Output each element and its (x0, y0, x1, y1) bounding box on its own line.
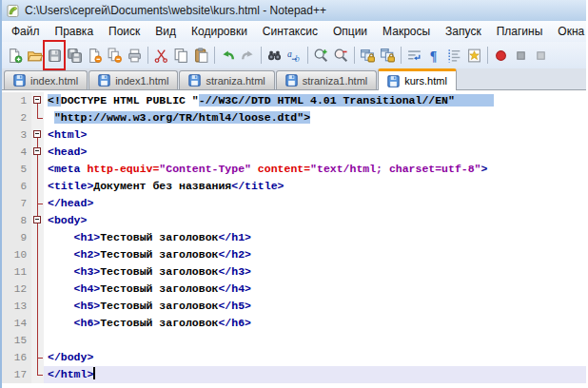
save-file-icon (47, 48, 63, 64)
fold-collapse-icon[interactable] (33, 130, 41, 138)
record-macro-icon (493, 48, 509, 64)
code-content[interactable]: <h3>Тестовый заголовок</h3> (44, 263, 586, 281)
code-content[interactable]: <!DOCTYPE HTML PUBLIC "-//W3C//DTD HTML … (44, 92, 586, 109)
redo-icon (240, 48, 256, 64)
fold-margin (31, 315, 44, 332)
tab-index-html[interactable]: index.html (4, 70, 88, 89)
show-all-characters-button[interactable]: ¶ (424, 44, 444, 67)
code-content[interactable]: "http://www.w3.org/TR/html4/loose.dtd"> (44, 109, 586, 126)
code-content[interactable]: <h4>Тестовый заголовок</h4> (44, 281, 586, 298)
menu-edit[interactable]: Правка (48, 22, 102, 41)
toolbar-separator (401, 47, 402, 64)
zoom-out-button[interactable] (331, 44, 351, 67)
fold-margin (31, 195, 44, 212)
save-all-button[interactable] (65, 44, 85, 67)
code-content[interactable]: </html> (44, 366, 586, 383)
code-line: 12 <h4>Тестовый заголовок</h4> (2, 281, 586, 298)
show-indent-guide-button[interactable] (444, 44, 464, 67)
code-content[interactable]: <meta http-equiv="Content-Type" content=… (44, 161, 586, 178)
code-content[interactable]: </head> (44, 195, 586, 212)
copy-button[interactable] (171, 44, 191, 67)
find-button[interactable] (265, 44, 284, 67)
tab-straniza-html[interactable]: straniza.html (179, 70, 274, 89)
fold-margin (31, 366, 44, 383)
replace-button[interactable]: ab (284, 44, 304, 67)
tab-straniza1-html[interactable]: straniza1.html (276, 70, 377, 89)
fold-margin (31, 246, 44, 263)
code-line: 16</body> (2, 349, 586, 366)
menu-search[interactable]: Поиск (101, 22, 147, 41)
tab-index1-html[interactable]: index1.html (88, 70, 178, 89)
fold-collapse-icon[interactable] (33, 216, 41, 223)
menu-settings[interactable]: Опции (325, 22, 375, 41)
toolbar-separator (354, 47, 355, 64)
tab-label: straniza1.html (303, 75, 367, 87)
zoom-in-button[interactable] (311, 44, 331, 67)
record-macro-button[interactable] (491, 44, 511, 67)
file-saved-icon (13, 74, 26, 87)
cut-button[interactable] (151, 44, 171, 67)
stop-macro-button[interactable] (511, 44, 531, 67)
code-content[interactable]: <html> (44, 126, 586, 144)
code-content[interactable] (44, 332, 586, 349)
code-content[interactable]: <h5>Тестовый заголовок</h5> (44, 298, 586, 315)
playback-macro-button[interactable] (531, 44, 551, 67)
menu-view[interactable]: Вид (147, 22, 184, 41)
code-content[interactable]: <head> (44, 144, 586, 161)
user-defined-dialog-button[interactable] (464, 44, 484, 67)
editor-area[interactable]: 1<!DOCTYPE HTML PUBLIC "-//W3C//DTD HTML… (2, 90, 586, 388)
code-content[interactable]: <title>Документ без названия</title> (44, 178, 586, 195)
code-line: 2 "http://www.w3.org/TR/html4/loose.dtd"… (2, 109, 586, 126)
fold-toggle[interactable] (31, 92, 44, 109)
notepad-plus-plus-icon (6, 4, 20, 18)
print-icon (127, 48, 143, 64)
code-content[interactable]: <body> (44, 212, 586, 229)
word-wrap-button[interactable] (404, 44, 424, 67)
undo-button[interactable] (218, 44, 238, 67)
close-file-button[interactable] (85, 44, 105, 67)
fold-toggle[interactable] (31, 144, 44, 161)
close-all-button[interactable] (105, 44, 125, 67)
line-number: 10 (2, 246, 31, 263)
line-number: 16 (2, 349, 31, 366)
fold-margin (31, 349, 44, 366)
fold-margin (31, 263, 44, 281)
code-content[interactable]: <h6>Тестовый заголовок</h6> (44, 315, 586, 332)
notepad-plus-plus-window: C:\Users\сергей\Documents\website\kurs.h… (0, 0, 586, 388)
menu-language[interactable]: Синтаксис (255, 22, 325, 41)
line-number: 4 (2, 144, 31, 161)
line-number: 6 (2, 178, 31, 195)
fold-margin (31, 281, 44, 298)
paste-button[interactable] (191, 44, 211, 67)
save-file-button[interactable] (45, 44, 65, 67)
code-line: 8<body> (2, 212, 586, 229)
menu-file[interactable]: Файл (4, 22, 48, 41)
fold-toggle[interactable] (31, 212, 44, 229)
tab-kurs-html[interactable]: kurs.html (378, 68, 457, 90)
zoom-in-icon (313, 48, 329, 64)
redo-button[interactable] (238, 44, 258, 67)
menu-plugins[interactable]: Плагины (489, 22, 551, 41)
show-indent-guide-icon (446, 48, 462, 64)
print-button[interactable] (125, 44, 145, 67)
menu-encoding[interactable]: Кодировки (184, 22, 255, 41)
code-content[interactable]: </body> (44, 349, 586, 366)
fold-collapse-icon[interactable] (33, 147, 41, 155)
code-content[interactable]: <h1>Тестовый заголовок</h1> (44, 229, 586, 246)
toolbar: ab¶ (2, 42, 586, 68)
line-number: 14 (2, 315, 31, 332)
fold-toggle[interactable] (31, 126, 44, 144)
fold-margin (31, 298, 44, 315)
menu-macro[interactable]: Макросы (375, 22, 438, 41)
line-number: 3 (2, 126, 31, 144)
code-content[interactable]: <h2>Тестовый заголовок</h2> (44, 246, 586, 263)
sync-vertical-scroll-button[interactable] (358, 44, 378, 67)
menu-run[interactable]: Запуск (438, 22, 489, 41)
open-file-button[interactable] (25, 44, 45, 67)
menu-window[interactable]: Окна (550, 22, 588, 41)
sync-horizontal-scroll-button[interactable] (378, 44, 398, 67)
line-number: 13 (2, 298, 31, 315)
playback-macro-icon (533, 48, 549, 64)
fold-collapse-icon[interactable] (33, 96, 41, 104)
new-file-button[interactable] (5, 44, 25, 67)
